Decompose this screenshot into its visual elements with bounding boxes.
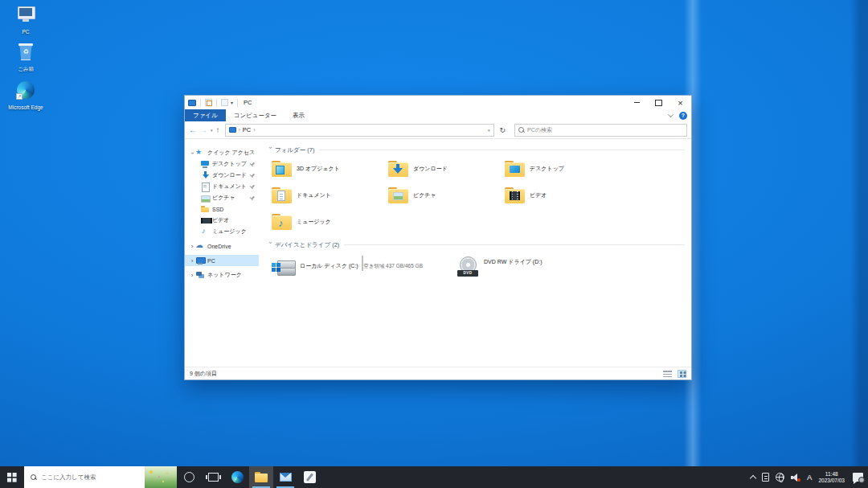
maximize-button[interactable] <box>648 96 669 109</box>
folder-tile-documents[interactable]: ドキュメント <box>272 187 388 203</box>
search-box[interactable] <box>514 124 687 137</box>
up-button[interactable]: ↑ <box>216 126 220 134</box>
folder-tile-3d-objects[interactable]: 3D オブジェクト <box>272 160 388 177</box>
folder-icon <box>272 187 292 203</box>
tab-computer[interactable]: コンピューター <box>226 109 285 121</box>
dvd-drive-icon: DVD <box>457 256 480 277</box>
pin-icon <box>248 172 256 180</box>
taskbar-pen-app-button[interactable] <box>297 466 321 488</box>
start-button[interactable] <box>0 466 24 488</box>
taskbar-search-box[interactable] <box>24 466 177 488</box>
dvd-tray-label: DVD <box>457 270 478 277</box>
document-glyph <box>277 191 285 201</box>
folder-icon <box>272 214 292 230</box>
pictures-icon <box>200 193 210 203</box>
forward-button[interactable]: → <box>199 126 207 134</box>
qat-properties-button[interactable] <box>205 99 212 106</box>
sidebar-item-ssd[interactable]: SSD <box>185 203 259 215</box>
sidebar-item-network[interactable]: › ネットワーク <box>185 269 259 281</box>
desktop-icon-pc[interactable]: PC <box>3 5 48 35</box>
folder-icon <box>272 161 292 177</box>
folder-tile-videos[interactable]: ビデオ <box>505 187 621 203</box>
desktop-icon-label: Microsoft Edge <box>3 105 48 110</box>
ribbon-expand-icon[interactable] <box>668 112 674 117</box>
action-center-icon[interactable] <box>853 473 863 482</box>
back-button[interactable]: ← <box>189 126 197 134</box>
folder-icon <box>388 187 408 203</box>
sidebar-item-desktop[interactable]: デスクトップ <box>185 158 259 170</box>
explorer-window: ▾ PC ファイル コンピューター 表示 ? ← → ▾ ↑ › PC › ▾ … <box>184 95 692 380</box>
cortana-icon <box>184 472 194 482</box>
tray-app-icon[interactable] <box>762 473 769 482</box>
tab-view[interactable]: 表示 <box>285 109 313 121</box>
taskbar: A 11:48 2023/07/03 <box>0 466 868 488</box>
breadcrumb-segment-pc[interactable]: PC <box>243 126 251 133</box>
sidebar-item-pictures[interactable]: ピクチャ <box>185 192 259 203</box>
onedrive-cloud-icon <box>195 241 205 251</box>
sidebar-item-downloads[interactable]: ダウンロード <box>185 170 259 181</box>
folder-icon <box>200 204 210 214</box>
title-bar[interactable]: ▾ PC <box>185 96 691 109</box>
sidebar-item-videos[interactable]: ビデオ <box>185 215 259 226</box>
search-highlight-image[interactable] <box>145 466 177 488</box>
task-view-icon <box>208 473 219 482</box>
sidebar-item-documents[interactable]: ドキュメント <box>185 181 259 192</box>
address-box[interactable]: › PC › ▾ <box>225 124 494 137</box>
taskbar-edge-button[interactable] <box>225 466 249 488</box>
file-explorer-icon <box>255 472 268 482</box>
pin-icon <box>248 183 256 191</box>
ribbon-tabs: ファイル コンピューター 表示 ? <box>185 109 691 121</box>
network-globe-icon[interactable] <box>776 473 784 482</box>
recent-locations-dropdown[interactable]: ▾ <box>211 128 213 133</box>
desktop-icon-edge[interactable]: ↗ Microsoft Edge <box>3 80 48 110</box>
cortana-button[interactable] <box>177 466 201 488</box>
qat-customize-dropdown[interactable]: ▾ <box>231 100 233 105</box>
desktop-icon-recycle-bin[interactable]: ♻ ごみ箱 <box>3 42 48 73</box>
folder-tile-pictures[interactable]: ピクチャ <box>388 187 505 203</box>
breadcrumb-pc-icon <box>229 127 236 133</box>
sidebar-item-pc[interactable]: › PC <box>185 255 259 266</box>
taskbar-explorer-button[interactable] <box>249 466 273 488</box>
drive-tile-local-disk-c[interactable]: ローカル ディスク (C:) 空き領域 437 GB/465 GB <box>272 256 423 277</box>
sidebar-item-music[interactable]: ミュージック <box>185 226 259 237</box>
chevron-right-icon[interactable]: › <box>189 243 195 250</box>
hard-drive-icon <box>272 258 296 277</box>
folder-tile-desktop[interactable]: デスクトップ <box>505 160 621 177</box>
taskbar-mail-button[interactable] <box>273 466 297 488</box>
help-icon[interactable]: ? <box>679 112 687 120</box>
folder-tile-music[interactable]: ミュージック <box>272 213 388 230</box>
large-icons-view-button[interactable] <box>678 370 686 378</box>
search-input[interactable] <box>527 127 683 133</box>
folder-icon <box>505 161 525 177</box>
close-button[interactable] <box>669 96 691 109</box>
drive-name: ローカル ディスク (C:) <box>300 263 358 269</box>
drive-tile-dvd-d[interactable]: DVD DVD RW ドライブ (D:) <box>457 256 542 277</box>
videos-icon <box>200 215 210 225</box>
sidebar-item-quick-access[interactable]: › クイック アクセス <box>185 147 259 158</box>
pc-monitor-icon <box>195 256 205 265</box>
group-header-devices[interactable]: › デバイスとドライブ (2) <box>267 240 685 250</box>
breadcrumb-separator: › <box>253 127 255 133</box>
address-dropdown-icon[interactable]: ▾ <box>488 128 490 133</box>
edge-icon: ↗ <box>16 80 35 100</box>
ime-mode-indicator[interactable]: A <box>807 473 812 482</box>
chevron-right-icon[interactable]: › <box>189 257 195 265</box>
wallpaper-dark-edge <box>850 0 868 466</box>
chevron-right-icon[interactable]: › <box>189 272 195 279</box>
group-header-folders[interactable]: › フォルダー (7) <box>267 145 685 155</box>
sidebar-item-onedrive[interactable]: › OneDrive <box>185 240 259 252</box>
details-view-button[interactable] <box>663 370 672 378</box>
minimize-button[interactable] <box>626 96 648 109</box>
folder-tile-downloads[interactable]: ダウンロード <box>388 160 505 177</box>
qat-new-folder-button[interactable] <box>221 99 228 106</box>
tab-file[interactable]: ファイル <box>185 109 226 121</box>
volume-muted-icon[interactable] <box>791 473 800 482</box>
show-hidden-icons-chevron[interactable] <box>750 474 756 481</box>
edge-icon <box>231 471 244 483</box>
refresh-icon[interactable]: ↻ <box>497 126 510 134</box>
clock[interactable]: 11:48 2023/07/03 <box>818 471 845 484</box>
taskbar-search-input[interactable] <box>41 474 129 481</box>
documents-icon <box>200 182 210 191</box>
clock-time: 11:48 <box>825 471 838 477</box>
task-view-button[interactable] <box>201 466 225 488</box>
